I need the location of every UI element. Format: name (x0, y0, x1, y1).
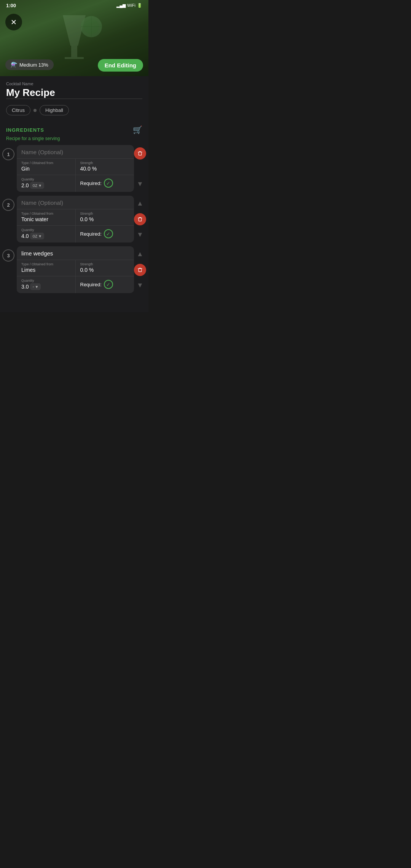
ingredient-3-fields: Type / Obtained from Limes Strength 0.0 … (17, 260, 134, 276)
cart-icon[interactable]: 🛒 (133, 125, 142, 134)
ingredient-2-type-label: Type / Obtained from (21, 212, 71, 215)
ingredient-3-unit-selector[interactable]: - ▼ (30, 283, 41, 290)
ingredient-3-name-input[interactable] (17, 246, 134, 260)
ingredient-1-type-value[interactable]: Gin (21, 166, 71, 172)
ingredient-row-3: 3 Type / Obtained from Limes Strength 0.… (0, 246, 148, 297)
ingredient-3-required-label: Required: (80, 282, 102, 287)
ingredient-row-2: 2 Type / Obtained from Tonic water Stren… (0, 196, 148, 246)
end-editing-button[interactable]: End Editing (98, 59, 143, 72)
ingredient-number-1: 1 (2, 148, 14, 160)
ingredient-1-name-input[interactable] (17, 145, 134, 159)
ingredient-1-type-field: Type / Obtained from Gin (17, 159, 76, 175)
cocktail-name-section: Cocktail Name (0, 76, 148, 101)
ingredient-card-3: Type / Obtained from Limes Strength 0.0 … (17, 246, 134, 293)
ingredient-row-1: 1 Type / Obtained from Gin Strength 40.0… (0, 145, 148, 196)
tag-highball[interactable]: Highball (40, 105, 69, 115)
ingredient-2-controls: ▲ ▼ (134, 196, 146, 243)
ingredient-3-delete-button[interactable] (134, 264, 146, 276)
ingredient-2-unit-selector[interactable]: oz ▼ (30, 233, 44, 239)
ingredient-1-delete-button[interactable] (134, 147, 146, 160)
close-button[interactable] (5, 14, 22, 30)
ingredient-1-unit-arrow: ▼ (38, 183, 42, 188)
ingredient-2-type-field: Type / Obtained from Tonic water (17, 209, 76, 225)
main-content: Cocktail Name Citrus Highball INGREDIENT… (0, 76, 148, 312)
ingredient-2-strength-label: Strength (80, 212, 130, 215)
ingredient-3-controls: ▲ ▼ (134, 246, 146, 293)
ingredient-card-2: Type / Obtained from Tonic water Strengt… (17, 196, 134, 243)
tags-row: Citrus Highball (0, 101, 148, 121)
signal-icon: ▂▄▆ (116, 3, 126, 8)
ingredient-1-quantity-label: Quantity (21, 177, 71, 181)
ingredient-3-unit-arrow: ▼ (35, 285, 38, 289)
ingredient-card-1: Type / Obtained from Gin Strength 40.0 %… (17, 145, 134, 192)
ingredient-3-quantity-value[interactable]: 3.0 (21, 284, 29, 290)
ingredient-3-type-label: Type / Obtained from (21, 262, 71, 266)
ingredients-title: INGREDIENTS (6, 127, 44, 133)
ingredient-2-quantity-unit: 4.0 oz ▼ (21, 233, 71, 239)
ingredient-3-quantity-unit: 3.0 - ▼ (21, 283, 71, 290)
ingredient-3-quantity-row: Quantity 3.0 - ▼ Required: ✓ (17, 276, 134, 293)
ingredients-header: INGREDIENTS 🛒 (0, 121, 148, 136)
ingredient-main-col-2: 2 Type / Obtained from Tonic water Stren… (2, 196, 134, 243)
status-icons: ▂▄▆ WiFi 🔋 (116, 3, 142, 8)
ingredient-3-move-down-button[interactable]: ▼ (135, 280, 145, 291)
cocktail-name-input[interactable] (6, 87, 142, 99)
ingredient-3-move-up-button[interactable]: ▲ (135, 249, 145, 260)
ingredient-2-quantity-row: Quantity 4.0 oz ▼ Required: ✓ (17, 225, 134, 243)
ingredient-1-quantity-value[interactable]: 2.0 (21, 182, 29, 188)
ingredient-1-strength-value[interactable]: 40.0 % (80, 166, 130, 172)
ingredient-2-check-mark: ✓ (106, 231, 110, 237)
ingredient-1-fields: Type / Obtained from Gin Strength 40.0 % (17, 159, 134, 175)
ingredient-2-type-value[interactable]: Tonic water (21, 216, 71, 222)
ingredient-1-unit-text: oz (32, 183, 37, 188)
ingredient-1-unit-selector[interactable]: oz ▼ (30, 182, 44, 189)
ingredient-1-check-mark: ✓ (106, 180, 110, 186)
ingredient-2-unit-arrow: ▼ (38, 234, 42, 238)
abv-badge[interactable]: ⚗️ Medium 13% (5, 59, 54, 70)
ingredient-2-unit-text: oz (32, 233, 37, 239)
ingredient-2-quantity-label: Quantity (21, 228, 71, 232)
ingredient-2-fields: Type / Obtained from Tonic water Strengt… (17, 209, 134, 225)
ingredient-number-3: 3 (2, 249, 14, 262)
hero-image-section: 1:00 ▂▄▆ WiFi 🔋 ⚗️ Medium 13% End Editin… (0, 0, 148, 76)
ingredient-2-move-down-button[interactable]: ▼ (135, 229, 145, 240)
tag-citrus[interactable]: Citrus (6, 105, 30, 115)
ingredient-3-strength-field: Strength 0.0 % (76, 260, 134, 276)
ingredient-main-col-3: 3 Type / Obtained from Limes Strength 0.… (2, 246, 134, 293)
ingredient-1-strength-label: Strength (80, 161, 130, 165)
wifi-icon: WiFi (127, 3, 135, 8)
ingredient-1-required-field: Required: ✓ (76, 176, 134, 191)
battery-icon: 🔋 (137, 3, 142, 8)
ingredient-2-required-toggle[interactable]: ✓ (104, 229, 113, 238)
tag-separator-dot (33, 109, 37, 112)
ingredient-1-type-label: Type / Obtained from (21, 161, 71, 165)
ingredient-2-strength-field: Strength 0.0 % (76, 209, 134, 225)
ingredient-1-controls: ▼ (134, 145, 146, 192)
cocktail-name-label: Cocktail Name (6, 81, 142, 86)
ingredient-3-type-value[interactable]: Limes (21, 267, 71, 273)
ingredient-2-delete-button[interactable] (134, 213, 146, 225)
ingredient-3-required-toggle[interactable]: ✓ (104, 280, 113, 289)
ingredient-1-required-toggle[interactable]: ✓ (104, 179, 113, 188)
status-time: 1:00 (6, 3, 16, 8)
ingredient-1-quantity-field: Quantity 2.0 oz ▼ (17, 175, 76, 192)
ingredient-3-required-field: Required: ✓ (76, 278, 134, 292)
ingredient-1-quantity-unit: 2.0 oz ▼ (21, 182, 71, 189)
ingredient-3-strength-label: Strength (80, 262, 130, 266)
ingredient-3-quantity-label: Quantity (21, 279, 71, 282)
ingredient-2-strength-value[interactable]: 0.0 % (80, 216, 130, 222)
ingredient-3-strength-value[interactable]: 0.0 % (80, 267, 130, 273)
ingredient-1-move-down-button[interactable]: ▼ (135, 179, 145, 190)
ingredient-3-unit-text: - (32, 284, 34, 289)
ingredient-3-quantity-field: Quantity 3.0 - ▼ (17, 276, 76, 293)
ingredient-3-check-mark: ✓ (106, 282, 110, 287)
ingredient-2-quantity-field: Quantity 4.0 oz ▼ (17, 226, 76, 243)
ingredient-1-quantity-row: Quantity 2.0 oz ▼ Required: ✓ (17, 175, 134, 192)
ingredient-2-name-input[interactable] (17, 196, 134, 209)
ingredient-3-type-field: Type / Obtained from Limes (17, 260, 76, 276)
ingredient-2-move-up-button[interactable]: ▲ (135, 198, 145, 209)
ingredient-2-quantity-value[interactable]: 4.0 (21, 233, 29, 239)
ingredient-1-required-label: Required: (80, 180, 102, 186)
ingredient-2-required-field: Required: ✓ (76, 227, 134, 241)
ingredient-1-strength-field: Strength 40.0 % (76, 159, 134, 175)
